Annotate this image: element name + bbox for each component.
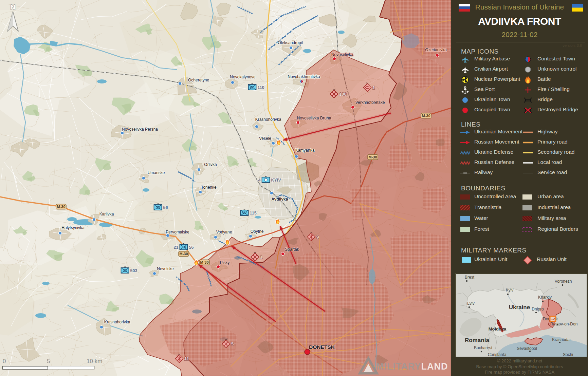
svg-text:56: 56 xyxy=(189,245,194,250)
svg-text:Rostov-on-Don: Rostov-on-Don xyxy=(550,322,578,326)
svg-text:Tonenke: Tonenke xyxy=(201,185,217,190)
svg-text:Novokalynove: Novokalynove xyxy=(230,75,256,79)
svg-text:56: 56 xyxy=(163,205,168,210)
svg-text:0: 0 xyxy=(3,358,6,364)
svg-text:Nevelske: Nevelske xyxy=(157,266,174,271)
svg-text:Pisky: Pisky xyxy=(220,260,230,265)
svg-text:Kyiv: Kyiv xyxy=(506,288,514,293)
svg-text:Karlivka: Karlivka xyxy=(99,212,114,217)
svg-text:DONETSK: DONETSK xyxy=(309,344,335,350)
svg-text:KYIV: KYIV xyxy=(271,178,281,183)
svg-text:M-30: M-30 xyxy=(200,260,208,264)
svg-text:100: 100 xyxy=(339,92,347,97)
svg-text:Orlivka: Orlivka xyxy=(204,162,217,167)
svg-text:Krasnodar: Krasnodar xyxy=(552,337,571,342)
svg-text:M-30: M-30 xyxy=(57,205,65,209)
svg-text:Ocheretyne: Ocheretyne xyxy=(188,78,209,82)
svg-text:M-30: M-30 xyxy=(368,155,377,159)
svg-text:Romania: Romania xyxy=(465,337,489,343)
svg-text:110: 110 xyxy=(258,85,264,90)
svg-text:Vodyane: Vodyane xyxy=(216,230,232,234)
svg-text:Brest: Brest xyxy=(465,275,475,280)
svg-text:5: 5 xyxy=(231,341,234,346)
svg-text:Oleksandropil: Oleksandropil xyxy=(278,40,302,45)
svg-text:Sochi: Sochi xyxy=(563,352,573,357)
svg-text:Moldova: Moldova xyxy=(489,326,507,332)
svg-text:Umanske: Umanske xyxy=(148,170,165,175)
svg-text:Dnipro: Dnipro xyxy=(532,307,544,312)
svg-text:9: 9 xyxy=(316,234,319,240)
svg-text:5: 5 xyxy=(47,358,50,364)
svg-text:Opytne: Opytne xyxy=(251,229,264,234)
svg-text:4: 4 xyxy=(258,178,261,183)
svg-text:Voronezh: Voronezh xyxy=(555,279,572,284)
svg-text:10 km: 10 km xyxy=(87,358,102,364)
svg-text:Novoselivka Druha: Novoselivka Druha xyxy=(297,116,331,120)
svg-text:Novoselivka: Novoselivka xyxy=(331,52,353,57)
svg-text:1: 1 xyxy=(372,85,375,90)
svg-text:Kamyanka: Kamyanka xyxy=(295,148,315,153)
svg-text:MILITARYLAND: MILITARYLAND xyxy=(376,361,448,372)
svg-text:Krasnohorivka: Krasnohorivka xyxy=(255,117,281,122)
svg-text:Avdiivka: Avdiivka xyxy=(272,197,288,202)
svg-text:M-30: M-30 xyxy=(422,114,430,118)
svg-text:M-30: M-30 xyxy=(179,252,188,256)
svg-text:Novoselivka Persha: Novoselivka Persha xyxy=(122,127,158,132)
svg-text:503: 503 xyxy=(130,268,137,273)
svg-text:11: 11 xyxy=(184,356,189,361)
svg-text:Ukraine: Ukraine xyxy=(509,304,530,311)
svg-text:N: N xyxy=(11,3,15,11)
svg-text:21: 21 xyxy=(174,245,179,250)
svg-text:Kharkiv: Kharkiv xyxy=(538,295,552,300)
svg-text:Halytsynivka: Halytsynivka xyxy=(61,225,85,230)
svg-text:Sevastopol: Sevastopol xyxy=(517,346,537,351)
svg-text:Verkhnotoretske: Verkhnotoretske xyxy=(355,100,385,105)
svg-text:Constanta: Constanta xyxy=(488,352,507,357)
svg-text:Lviv: Lviv xyxy=(467,301,474,306)
svg-text:1: 1 xyxy=(260,255,262,260)
svg-text:Vesele: Vesele xyxy=(259,136,271,141)
svg-text:Spartak: Spartak xyxy=(285,247,299,252)
svg-text:Ozerianivka: Ozerianivka xyxy=(425,48,447,52)
svg-text:Pervomaiske: Pervomaiske xyxy=(166,230,189,234)
svg-text:Bucharest: Bucharest xyxy=(474,345,493,350)
svg-text:115: 115 xyxy=(250,211,257,215)
svg-text:Novobakhmutivka: Novobakhmutivka xyxy=(288,74,320,79)
svg-text:Krasnohorivka: Krasnohorivka xyxy=(104,320,130,324)
